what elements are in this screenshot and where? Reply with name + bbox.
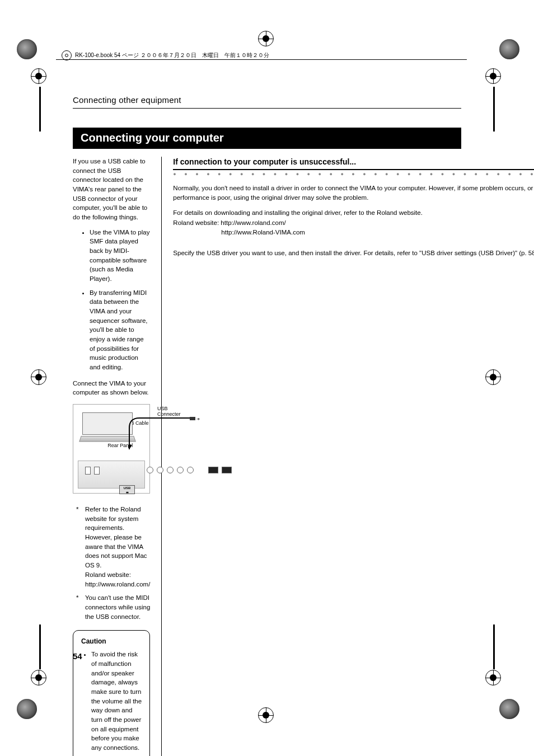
running-header-rule [73, 108, 461, 109]
crop-mark [31, 68, 49, 86]
list-item: Use the VIMA to play SMF data played bac… [90, 228, 150, 284]
book-meta-text: RK-100-e.book 54 ページ ２００６年７月２０日 木曜日 午前１０… [75, 51, 269, 59]
running-header: Connecting other equipment [73, 95, 461, 105]
sub-heading: If connection to your computer is unsucc… [173, 157, 534, 167]
connect-instruction: Connect the VIMA to your computer as sho… [73, 379, 150, 397]
page-content: Connecting other equipment Connecting yo… [73, 95, 461, 661]
connection-diagram: USB Connecter USB Cable Computer The VIM… [73, 404, 150, 494]
book-meta-rule [56, 59, 467, 60]
footnote-body: You can't use the MIDI connectors while … [85, 594, 150, 619]
caution-box: Caution To avoid the risk of malfunction… [73, 630, 150, 756]
svg-text:➔: ➔ [196, 417, 200, 421]
computer-icon [82, 412, 133, 435]
page-title: Connecting your computer [73, 128, 461, 149]
registration-mark [17, 39, 35, 57]
usb-cable-line-icon: ➔ [128, 417, 201, 450]
asterisk-icon: * [76, 505, 78, 514]
usb-label: USB [124, 486, 131, 490]
footnote: * You can't use the MIDI connectors whil… [73, 593, 150, 621]
list-item: By transferring MIDI data between the VI… [90, 288, 150, 372]
paragraph: Specify the USB driver you want to use, … [173, 248, 534, 258]
svg-rect-0 [190, 417, 195, 420]
registration-mark [499, 39, 517, 57]
rear-panel-icon [78, 461, 145, 489]
registration-mark [17, 699, 35, 717]
sub-heading-rule [173, 169, 534, 170]
crop-bar [39, 624, 41, 669]
crop-mark [485, 68, 503, 86]
crop-bar [493, 87, 495, 132]
website-line: Roland website: http://www.roland.com/ [173, 218, 534, 228]
paragraph: Normally, you don't need to install a dr… [173, 184, 534, 202]
intro-paragraph: If you use a USB cable to connect the US… [73, 157, 150, 222]
left-column: If you use a USB cable to connect the US… [73, 157, 162, 756]
crop-bar [39, 87, 41, 132]
footnote-body: Refer to the Roland website for system r… [85, 506, 147, 569]
page-number: 54 [73, 651, 82, 661]
diagram-label-usb-connecter: USB Connecter [157, 406, 181, 417]
paragraph: For details on downloading and installin… [173, 208, 534, 218]
feature-list: Use the VIMA to play SMF data played bac… [73, 228, 150, 372]
crop-mark [31, 670, 49, 688]
usb-port-icon: USB⬌ [119, 485, 135, 494]
keyboard-icon [79, 436, 136, 442]
footnote-site: Roland website: http://www.roland.com/ [85, 571, 150, 588]
crop-mark [31, 369, 49, 387]
list-item: To avoid the risk of malfunction and/or … [91, 650, 142, 752]
caution-heading: Caution [81, 637, 142, 645]
asterisk-icon: * [76, 593, 78, 603]
crop-mark [258, 31, 276, 49]
dotted-rule: ● ● ● ● ● ● ● ● ● ● ● ● ● ● ● ● ● ● ● ● … [173, 171, 534, 177]
right-column: If connection to your computer is unsucc… [162, 157, 534, 756]
footnote: * Refer to the Roland website for system… [73, 505, 150, 589]
website-line-2: http://www.Roland-VIMA.com [173, 228, 534, 237]
